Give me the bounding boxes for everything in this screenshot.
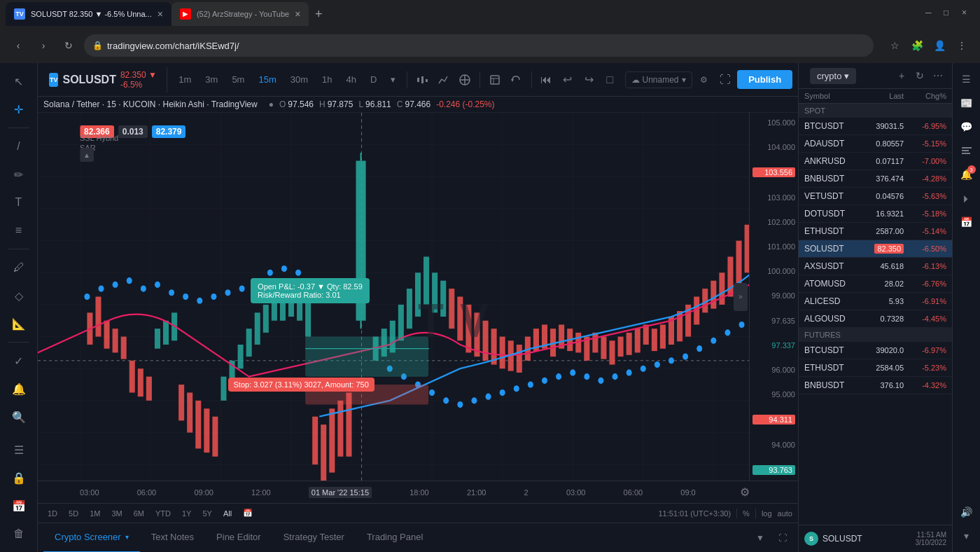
active-tab[interactable]: TV SOLUSDT 82.350 ▼ -6.5% Unna... ×: [6, 2, 172, 26]
col-chg-header[interactable]: Chg%: [904, 92, 946, 100]
new-tab-button[interactable]: +: [309, 4, 328, 24]
solusdt-symbol[interactable]: SOLUSDT: [822, 534, 862, 544]
log-toggle[interactable]: log: [762, 509, 772, 518]
more-screener-btn[interactable]: ⋯: [930, 67, 946, 84]
watchlist-icon[interactable]: ☰: [6, 437, 31, 462]
watchlist-icon-right[interactable]: ☰: [956, 69, 977, 90]
fullscreen-btn[interactable]: ⛶: [716, 69, 734, 91]
minimize-icon[interactable]: ─: [925, 8, 938, 20]
row-bnbusdt-fut[interactable]: BNBUSDT 376.10 -4.32%: [799, 377, 952, 394]
percent-toggle[interactable]: %: [743, 509, 750, 518]
tf-4h[interactable]: 4h: [341, 71, 362, 88]
replay-icon-right[interactable]: ⏵: [956, 188, 977, 209]
row-algousd[interactable]: ALGOUSD 0.7328 -4.45%: [799, 310, 952, 328]
tf-D[interactable]: D: [365, 71, 382, 88]
replay-btn[interactable]: [507, 69, 525, 91]
fast-back-btn[interactable]: ⏮: [537, 69, 555, 91]
alerts-icon[interactable]: 🔔 3: [956, 164, 977, 185]
col-last-header[interactable]: Last: [861, 92, 904, 100]
forward-button[interactable]: ›: [34, 36, 53, 55]
compare-btn[interactable]: [456, 69, 474, 91]
tf-15m[interactable]: 15m: [253, 71, 281, 88]
row-ethusdt[interactable]: ETHUSDT 2587.00 -5.14%: [799, 223, 952, 240]
calendar-icon-right[interactable]: 📅: [956, 212, 977, 233]
row-ethusdt-fut[interactable]: ETHUSDT 2584.05 -5.23%: [799, 359, 952, 377]
maximize-icon[interactable]: □: [944, 8, 956, 20]
template-btn[interactable]: [486, 69, 504, 91]
period-all[interactable]: All: [219, 508, 236, 519]
extensions-icon[interactable]: 🧩: [907, 36, 927, 55]
period-ytd[interactable]: YTD: [151, 508, 175, 519]
row-btcusdt[interactable]: BTCUSDT 39031.5 -6.95%: [799, 118, 952, 135]
url-bar[interactable]: 🔒 tradingview.com/chart/iKSEwd7j/: [84, 34, 874, 57]
trend-line-tool[interactable]: /: [6, 134, 31, 159]
crosshair-tool[interactable]: ✛: [6, 97, 31, 122]
arrow-down-icon-right[interactable]: ▾: [956, 525, 977, 546]
crypto-dropdown[interactable]: crypto ▾: [810, 68, 856, 84]
lock-icon-sidebar[interactable]: 🔒: [6, 465, 31, 490]
publish-button[interactable]: Publish: [737, 70, 792, 89]
minimize-panel-btn[interactable]: ▼: [750, 528, 770, 548]
col-symbol-header[interactable]: Symbol: [804, 92, 861, 100]
tf-more[interactable]: ▾: [385, 71, 401, 88]
auto-toggle[interactable]: auto: [778, 509, 792, 518]
row-btcusdt-fut[interactable]: BTCUSDT 39020.0 -6.97%: [799, 342, 952, 359]
back-button[interactable]: ‹: [8, 36, 28, 55]
row-adausdt[interactable]: ADAUSDT 0.80557 -5.15%: [799, 135, 952, 153]
shape-tool[interactable]: ◇: [6, 283, 31, 308]
refresh-button[interactable]: ↻: [59, 36, 78, 55]
period-1d[interactable]: 1D: [43, 508, 62, 519]
tab-strategy-tester[interactable]: Strategy Tester: [272, 523, 356, 553]
screenshot-btn[interactable]: □: [601, 69, 619, 91]
cursor-tool[interactable]: ↖: [6, 69, 31, 94]
measure-tool[interactable]: 📐: [6, 311, 31, 336]
period-5y[interactable]: 5Y: [198, 508, 216, 519]
row-atomusd[interactable]: ATOMUSD 28.02 -6.76%: [799, 275, 952, 293]
row-axsusdt[interactable]: AXSUSDT 45.618 -6.13%: [799, 258, 952, 275]
profile-icon[interactable]: 👤: [930, 36, 949, 55]
text-tool[interactable]: T: [6, 190, 31, 215]
refresh-screener-btn[interactable]: ↻: [911, 67, 928, 84]
tab-close-btn[interactable]: ×: [158, 8, 163, 20]
period-1m[interactable]: 1M: [85, 508, 104, 519]
tf-30m[interactable]: 30m: [285, 71, 314, 88]
tab-trading-panel[interactable]: Trading Panel: [356, 523, 434, 553]
period-6m[interactable]: 6M: [130, 508, 148, 519]
pencil-tool[interactable]: ✏: [6, 162, 31, 187]
chart-area[interactable]: 82.366 0.013 82.379 SSL Hybrid SAR ▲: [38, 113, 798, 481]
row-dotusdt[interactable]: DOTUSDT 16.9321 -5.18%: [799, 205, 952, 223]
calendar-range-btn[interactable]: 📅: [239, 507, 257, 519]
brush-tool[interactable]: 🖊: [6, 255, 31, 280]
period-5d[interactable]: 5D: [64, 508, 83, 519]
time-settings-btn[interactable]: ⚙: [734, 481, 756, 504]
row-bnbusdt[interactable]: BNBUSDT 376.474 -4.28%: [799, 170, 952, 188]
menu-icon[interactable]: ⋮: [952, 36, 972, 55]
chart-settings-btn[interactable]: ⚙: [695, 69, 713, 91]
period-3m[interactable]: 3M: [107, 508, 126, 519]
indicators-btn[interactable]: [434, 69, 452, 91]
news-icon[interactable]: 📰: [956, 92, 977, 113]
close-window-icon[interactable]: ×: [962, 8, 974, 20]
expand-panel-btn[interactable]: »: [734, 283, 748, 311]
tf-5m[interactable]: 5m: [226, 71, 250, 88]
period-1y[interactable]: 1Y: [178, 508, 195, 519]
row-alicesd[interactable]: ALICESD 5.93 -6.91%: [799, 293, 952, 310]
row-ankrusd[interactable]: ANKRUSD 0.07117 -7.00%: [799, 153, 952, 170]
redo-btn[interactable]: ↪: [580, 69, 598, 91]
inactive-tab[interactable]: ▶ (52) ArzStrategy - YouTube ×: [172, 2, 309, 26]
unnamed-button[interactable]: ☁ Unnamed ▾: [625, 71, 692, 88]
bookmark-icon[interactable]: ☆: [885, 36, 904, 55]
undo-btn[interactable]: ↩: [559, 69, 577, 91]
row-vetusdt[interactable]: VETUSDT 0.04576 -5.63%: [799, 188, 952, 205]
calendar-icon[interactable]: 📅: [6, 493, 31, 518]
indicators-tool[interactable]: ≡: [6, 218, 31, 243]
alert-tool[interactable]: 🔔: [6, 376, 31, 401]
zoom-tool[interactable]: 🔍: [6, 404, 31, 429]
crypto-screener-chevron[interactable]: ▾: [125, 533, 129, 541]
tf-1h[interactable]: 1h: [316, 71, 337, 88]
tab-close-btn-yt[interactable]: ×: [295, 8, 300, 20]
tab-text-notes[interactable]: Text Notes: [140, 523, 205, 553]
symbol-info[interactable]: TV SOLUSDT 82.350 ▼ -6.5%: [43, 67, 167, 92]
sound-icon[interactable]: 🔊: [956, 502, 977, 523]
expand-panel-fullscreen-btn[interactable]: ⛶: [773, 528, 792, 548]
